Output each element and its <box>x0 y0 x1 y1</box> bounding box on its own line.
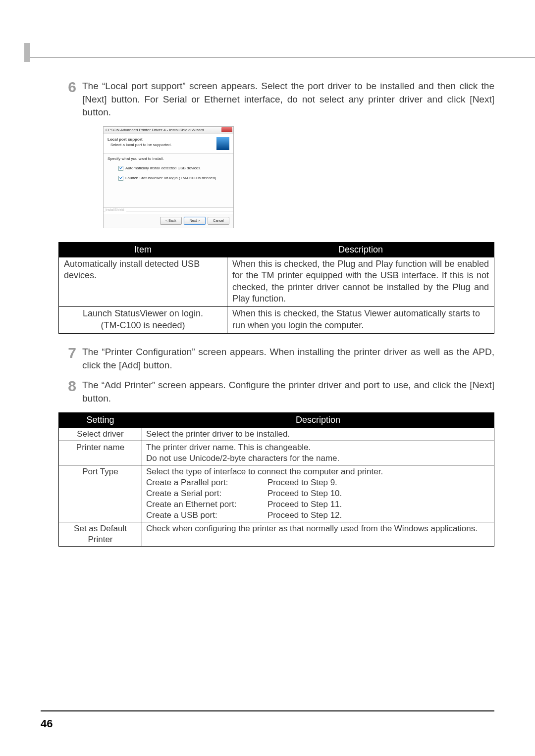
dialog-specify-text: Specify what you want to install. <box>107 156 229 161</box>
table-row: Printer name The printer driver name. Th… <box>59 441 494 465</box>
port-intro: Select the type of interface to connect … <box>146 466 490 477</box>
th-setting: Setting <box>59 412 142 427</box>
th-desc: Description <box>142 412 494 427</box>
dialog-body: Specify what you want to install. Automa… <box>104 153 233 208</box>
cell-setting: Select driver <box>59 427 142 441</box>
cell-setting: Printer name <box>59 441 142 465</box>
th-item: Item <box>59 242 227 257</box>
section-tab <box>24 43 30 62</box>
table-row: Select driver Select the printer driver … <box>59 427 494 441</box>
close-icon[interactable] <box>221 127 232 132</box>
dialog-banner-image <box>216 137 229 150</box>
cell-item-line1: Launch StatusViewer on login. <box>64 308 222 319</box>
step-7: 7 The “Printer Configuration” screen app… <box>58 346 494 372</box>
table-row: Automatically install detected USB devic… <box>59 257 494 307</box>
cell-desc: Check when configuring the printer as th… <box>142 522 494 547</box>
port-left: Create a USB port: <box>146 510 268 521</box>
install-dialog: EPSON Advanced Printer Driver 4 - Instal… <box>103 126 234 228</box>
checkbox-row-statusviewer: Launch StatusViewer on login.(TM-C100 is… <box>118 176 229 181</box>
step-text: The “Printer Configuration” screen appea… <box>82 346 494 372</box>
cell-desc: When this is checked, the Plug and Play … <box>227 257 494 307</box>
table-row: Port Type Select the type of interface t… <box>59 465 494 522</box>
checkbox-icon[interactable] <box>118 166 123 171</box>
cell-desc: When this is checked, the Status Viewer … <box>227 307 494 334</box>
port-left: Create an Ethernet port: <box>146 499 268 510</box>
dialog-brand: InstallShield <box>104 208 233 214</box>
dialog-banner: Local port support Select a local port t… <box>104 134 233 153</box>
cell-item-line2: (TM-C100 is needed) <box>64 320 222 331</box>
page-number: 46 <box>41 717 53 730</box>
bottom-rule <box>41 710 494 711</box>
port-left: Create a Serial port: <box>146 488 268 499</box>
table-row: Launch StatusViewer on login. (TM-C100 i… <box>59 307 494 334</box>
cell-desc: Select the type of interface to connect … <box>142 465 494 522</box>
cell-setting: Port Type <box>59 465 142 522</box>
add-printer-table: Setting Description Select driver Select… <box>58 412 494 547</box>
th-desc: Description <box>227 242 494 257</box>
dialog-figure: EPSON Advanced Printer Driver 4 - Instal… <box>103 126 494 228</box>
step-text: The “Local port support” screen appears.… <box>82 80 494 119</box>
top-rule <box>30 57 535 58</box>
dialog-button-row: < Back Next > Cancel <box>104 214 233 228</box>
checkbox-label: Automatically install detected USB devic… <box>125 166 201 170</box>
cell-desc: Select the printer driver to be installe… <box>142 427 494 441</box>
port-right: Proceed to Step 11. <box>268 499 490 510</box>
step-number: 7 <box>58 346 76 372</box>
local-port-table: Item Description Automatically install d… <box>58 242 494 334</box>
step-8: 8 The “Add Printer” screen appears. Conf… <box>58 379 494 405</box>
next-button[interactable]: Next > <box>184 217 206 225</box>
step-number: 8 <box>58 379 76 405</box>
table-row: Set as Default Printer Check when config… <box>59 522 494 547</box>
content-area: 6 The “Local port support” screen appear… <box>58 80 494 547</box>
checkbox-row-usb: Automatically install detected USB devic… <box>118 166 229 171</box>
port-right: Proceed to Step 12. <box>268 510 490 521</box>
cell-setting: Set as Default Printer <box>59 522 142 547</box>
checkbox-icon[interactable] <box>118 176 123 181</box>
cancel-button[interactable]: Cancel <box>208 217 229 225</box>
back-button[interactable]: < Back <box>160 217 182 225</box>
cell-item: Automatically install detected USB devic… <box>59 257 227 307</box>
dialog-titlebar: EPSON Advanced Printer Driver 4 - Instal… <box>104 127 233 134</box>
cell-item: Launch StatusViewer on login. (TM-C100 i… <box>59 307 227 334</box>
port-left: Create a Parallel port: <box>146 477 268 488</box>
dialog-banner-title: Local port support <box>107 137 214 142</box>
checkbox-label: Launch StatusViewer on login.(TM-C100 is… <box>125 176 216 180</box>
dialog-brand-text: InstallShield <box>106 208 126 211</box>
step-number: 6 <box>58 80 76 119</box>
step-6: 6 The “Local port support” screen appear… <box>58 80 494 119</box>
dialog-title: EPSON Advanced Printer Driver 4 - Instal… <box>106 128 204 132</box>
port-right: Proceed to Step 9. <box>268 477 490 488</box>
step-text: The “Add Printer” screen appears. Config… <box>82 379 494 405</box>
dialog-banner-sub: Select a local port to be supported. <box>110 143 214 147</box>
cell-desc: The printer driver name. This is changea… <box>142 441 494 465</box>
port-right: Proceed to Step 10. <box>268 488 490 499</box>
